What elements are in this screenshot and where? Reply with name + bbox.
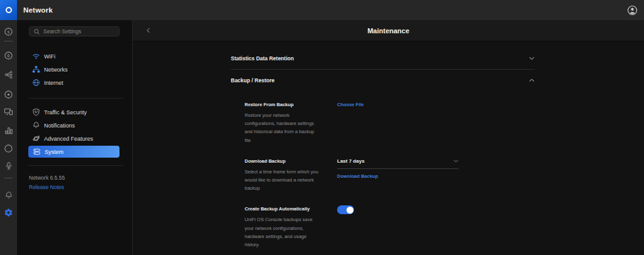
section-statistics-data-retention[interactable]: Statistics Data Retention [231, 47, 535, 69]
chevron-down-icon[interactable] [529, 57, 535, 60]
setting-description: Restore your network configurations, har… [245, 111, 318, 144]
user-avatar-icon[interactable] [627, 5, 638, 16]
notifications-bell-icon[interactable] [3, 190, 14, 200]
networks-icon [32, 65, 40, 73]
top-bar: Network [0, 0, 644, 20]
status-circle-icon[interactable] [3, 143, 14, 154]
sidebar-item-label: WiFi [44, 53, 55, 60]
setting-title: Download Backup [245, 158, 337, 165]
section-title: Statistics Data Retention [231, 55, 294, 62]
toggle-knob [347, 207, 353, 214]
timeframe-select-value: Last 7 days [337, 158, 365, 165]
orbit-icon [32, 134, 40, 143]
rail-divider [4, 41, 13, 41]
rail-divider [4, 178, 13, 178]
search-placeholder: Search Settings [43, 28, 81, 35]
sidebar-item-advanced-features[interactable]: Advanced Features [17, 132, 132, 145]
topology-icon[interactable] [3, 69, 14, 80]
svg-text:6: 6 [8, 53, 10, 58]
app-s-icon[interactable]: s [3, 26, 14, 37]
sidebar-group-primary: WiFi Networks Internet [17, 50, 132, 89]
sidebar-item-networks[interactable]: Networks [17, 63, 132, 76]
unifi-logo[interactable] [0, 0, 17, 20]
search-input[interactable]: Search Settings [29, 26, 119, 36]
auto-backup-toggle[interactable] [337, 205, 354, 214]
settings-sidebar: Search Settings WiFi Networks Internet T… [17, 20, 133, 255]
sidebar-item-label: Internet [44, 80, 64, 86]
create-backup-automatically-row: Create Backup Automatically UniFi OS Con… [245, 205, 535, 249]
download-backup-link[interactable]: Download Backup [337, 173, 535, 180]
bell-icon [32, 121, 40, 129]
sidebar-group-secondary: Traffic & Security Notifications Advance… [17, 106, 132, 158]
chevron-up-icon[interactable] [529, 79, 535, 82]
svg-text:s: s [8, 30, 10, 34]
restore-from-backup-row: Restore From Backup Restore your network… [245, 101, 535, 144]
app-network-icon[interactable]: 6 [3, 50, 14, 61]
talk-icon[interactable] [3, 160, 14, 171]
sidebar-item-internet[interactable]: Internet [17, 76, 132, 89]
version-label: Network 6.5.55 [29, 175, 65, 181]
settings-gear-icon[interactable] [3, 207, 14, 218]
backup-restore-body: Restore From Backup Restore your network… [245, 101, 535, 249]
main-panel: Maintenance Statistics Data Retention Ba… [133, 20, 644, 255]
search-icon [33, 28, 40, 35]
sidebar-item-notifications[interactable]: Notifications [17, 119, 132, 132]
sidebar-item-label: Traffic & Security [44, 109, 87, 116]
main-header: Maintenance [133, 20, 644, 41]
sidebar-item-label: Notifications [44, 122, 75, 129]
sidebar-item-wifi[interactable]: WiFi [17, 50, 132, 63]
sidebar-divider [28, 165, 123, 166]
release-notes-link[interactable]: Release Notes [29, 184, 64, 190]
sidebar-item-traffic-security[interactable]: Traffic & Security [17, 106, 132, 119]
choose-file-link[interactable]: Choose File [337, 101, 535, 108]
page-title: Maintenance [133, 20, 644, 41]
devices-icon[interactable] [3, 106, 14, 117]
setting-description: Select a time frame form which you would… [245, 168, 323, 193]
protect-icon[interactable] [3, 89, 14, 100]
sidebar-item-label: System [45, 149, 64, 155]
maintenance-content: Statistics Data Retention Backup / Resto… [231, 41, 535, 255]
sidebar-item-system[interactable]: System [28, 146, 119, 158]
app-title: Network [23, 0, 53, 20]
setting-title: Create Backup Automatically [245, 205, 337, 212]
shield-icon [32, 108, 40, 116]
chevron-down-icon [453, 160, 458, 163]
internet-globe-icon [32, 79, 40, 87]
system-icon [33, 148, 41, 156]
sidebar-divider [28, 98, 123, 99]
wifi-icon [32, 52, 40, 60]
sidebar-item-label: Advanced Features [44, 136, 93, 142]
app-rail: s 6 [0, 20, 17, 255]
sidebar-item-label: Networks [44, 67, 68, 73]
download-backup-row: Download Backup Select a time frame form… [245, 158, 535, 193]
setting-title: Restore From Backup [245, 101, 337, 108]
section-backup-restore[interactable]: Backup / Restore [231, 69, 535, 91]
section-title: Backup / Restore [231, 77, 274, 84]
unifi-logo-ring [6, 7, 12, 13]
statistics-icon[interactable] [3, 125, 14, 136]
setting-description: UniFi OS Console backups save your netwo… [245, 215, 323, 249]
timeframe-select[interactable]: Last 7 days [337, 158, 458, 169]
